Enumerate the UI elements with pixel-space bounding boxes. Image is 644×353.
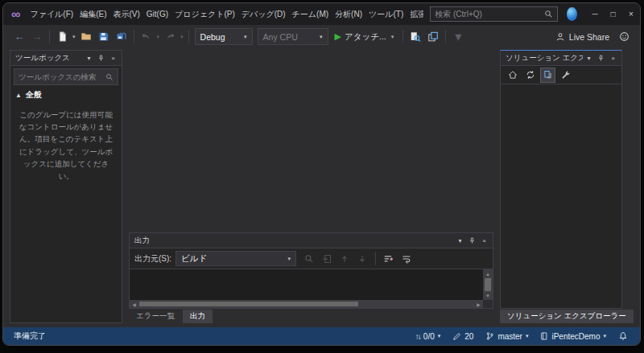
- configuration-combobox[interactable]: Debug ▾: [195, 28, 253, 45]
- editor-area[interactable]: [129, 50, 493, 232]
- new-window-button[interactable]: [424, 27, 442, 46]
- toolbox-search-input[interactable]: [19, 72, 103, 81]
- menu-item-extensions[interactable]: 拡張機能(X): [407, 3, 423, 25]
- sync-commits-button[interactable]: ↑↓ 0/0 ▾: [412, 327, 444, 345]
- person-icon: [555, 32, 565, 42]
- chevron-down-icon[interactable]: ▾: [155, 34, 162, 40]
- chevron-down-icon[interactable]: ▾: [179, 34, 185, 40]
- menu-item-team[interactable]: チーム(M): [289, 3, 332, 25]
- minimize-button[interactable]: ─: [586, 3, 604, 25]
- repository-button[interactable]: iPentecDemo ▾: [537, 327, 609, 345]
- solution-explorer-header[interactable]: ソリューション エクスプローラー ▾ ×: [501, 51, 621, 66]
- vertical-scrollbar[interactable]: ▲ ▼: [483, 269, 493, 300]
- find-in-files-button[interactable]: [407, 27, 424, 46]
- save-button[interactable]: [95, 27, 113, 46]
- menu-item-analyze[interactable]: 分析(N): [332, 3, 365, 25]
- menu-item-project[interactable]: プロジェクト(P): [171, 3, 238, 25]
- menu-item-file[interactable]: ファイル(F): [27, 3, 76, 25]
- pin-button[interactable]: [595, 52, 607, 64]
- solution-explorer-tree[interactable]: [501, 84, 621, 308]
- scroll-right-icon[interactable]: ▶: [474, 302, 483, 307]
- sync-counts: 0/0: [423, 332, 435, 341]
- window-position-button[interactable]: ▾: [583, 52, 595, 64]
- scroll-up-icon[interactable]: ▲: [483, 269, 493, 278]
- switch-views-button[interactable]: [505, 68, 520, 83]
- toolbar-separator: [375, 252, 376, 265]
- status-bar: 準備完了 ↑↓ 0/0 ▾ 20 master ▾: [3, 327, 640, 345]
- menu-item-edit[interactable]: 編集(E): [76, 3, 109, 25]
- repository-name: iPentecDemo: [551, 332, 600, 341]
- start-attach-label: アタッチ...: [345, 31, 386, 43]
- save-all-button[interactable]: [113, 27, 130, 46]
- scrollbar-thumb[interactable]: [485, 278, 491, 291]
- pin-button[interactable]: [95, 52, 107, 64]
- chevron-down-icon: ▾: [526, 333, 529, 339]
- menu-item-git[interactable]: Git(G): [143, 3, 171, 25]
- goto-source-button[interactable]: [319, 251, 335, 267]
- open-file-button[interactable]: [77, 27, 95, 46]
- next-message-button[interactable]: [354, 251, 370, 267]
- quick-search-input[interactable]: [435, 10, 541, 18]
- toolbox-search-box[interactable]: [14, 68, 118, 85]
- tab-output[interactable]: 出力: [183, 310, 213, 323]
- branch-name: master: [497, 332, 522, 341]
- find-message-button[interactable]: [301, 251, 317, 267]
- pin-button[interactable]: [466, 235, 478, 247]
- output-toolbar: 出力元(S): ビルド ▾: [130, 248, 493, 269]
- toolbox-header[interactable]: ツールボックス ▾ ×: [10, 51, 122, 66]
- undo-button[interactable]: [138, 27, 155, 46]
- toolbar-overflow-button[interactable]: ▾: [449, 27, 467, 46]
- window-position-button[interactable]: ▾: [83, 52, 95, 64]
- tab-solution-explorer[interactable]: ソリューション エクスプローラー: [500, 310, 634, 323]
- center-dock: 出力 ▾ × 出力元(S): ビルド: [129, 50, 493, 323]
- close-panel-button[interactable]: ×: [478, 235, 490, 247]
- pending-changes-button[interactable]: 20: [449, 327, 477, 345]
- live-share-button[interactable]: Live Share: [550, 27, 615, 46]
- send-feedback-button[interactable]: [615, 27, 633, 46]
- previous-message-button[interactable]: [336, 251, 353, 267]
- current-branch-button[interactable]: master ▾: [482, 327, 531, 345]
- visual-studio-window: ∞ ファイル(F) 編集(E) 表示(V) Git(G) プロジェクト(P) デ…: [2, 2, 641, 346]
- output-header[interactable]: 出力 ▾ ×: [130, 233, 493, 248]
- user-avatar[interactable]: [567, 7, 577, 21]
- toolbox-section-general[interactable]: ▲ 全般: [10, 87, 122, 102]
- horizontal-scrollbar[interactable]: ◀ ▶: [130, 300, 483, 308]
- feedback-smiley-icon: [619, 31, 630, 42]
- window-position-button[interactable]: ▾: [454, 235, 466, 247]
- menu-item-view[interactable]: 表示(V): [109, 3, 142, 25]
- find-message-icon: [304, 254, 314, 264]
- close-panel-button[interactable]: ×: [607, 52, 619, 64]
- scroll-left-icon[interactable]: ◀: [130, 302, 138, 307]
- save-icon: [98, 31, 109, 42]
- navigate-forward-button[interactable]: →: [28, 27, 46, 46]
- menu-item-tools[interactable]: ツール(T): [365, 3, 407, 25]
- refresh-button[interactable]: [522, 68, 538, 83]
- clear-all-button[interactable]: [381, 251, 397, 267]
- quick-search-box[interactable]: [430, 6, 558, 22]
- platform-combobox[interactable]: Any CPU ▾: [258, 28, 328, 45]
- maximize-button[interactable]: □: [604, 3, 621, 25]
- output-text-area[interactable]: ▲ ▼ ◀ ▶: [130, 269, 493, 308]
- solution-explorer-title: ソリューション エクスプローラー: [506, 53, 583, 64]
- tab-error-list[interactable]: エラー一覧: [129, 310, 182, 323]
- output-source-combobox[interactable]: ビルド ▾: [175, 251, 296, 266]
- navigate-back-button[interactable]: ←: [10, 27, 28, 46]
- start-attach-button[interactable]: ▶ アタッチ... ▾: [331, 27, 400, 46]
- close-button[interactable]: ×: [622, 3, 640, 25]
- output-source-label: 出力元(S):: [134, 253, 171, 265]
- tab-git-changes[interactable]: Git 変更: [634, 310, 641, 323]
- new-item-button[interactable]: [53, 27, 71, 46]
- scroll-down-icon[interactable]: ▼: [483, 291, 493, 300]
- word-wrap-button[interactable]: [398, 251, 415, 267]
- chevron-down-icon[interactable]: ▾: [71, 34, 77, 40]
- title-bar: ∞ ファイル(F) 編集(E) 表示(V) Git(G) プロジェクト(P) デ…: [3, 3, 640, 25]
- close-panel-button[interactable]: ×: [107, 52, 119, 64]
- sync-active-document-button[interactable]: [540, 68, 555, 83]
- solution-explorer-panel: ソリューション エクスプローラー ▾ ×: [500, 50, 622, 309]
- notifications-button[interactable]: [615, 327, 631, 345]
- menu-item-debug[interactable]: デバッグ(D): [238, 3, 289, 25]
- scrollbar-thumb[interactable]: [139, 302, 358, 306]
- home-icon: [508, 70, 518, 80]
- properties-button[interactable]: [558, 68, 573, 83]
- redo-button[interactable]: [161, 27, 179, 46]
